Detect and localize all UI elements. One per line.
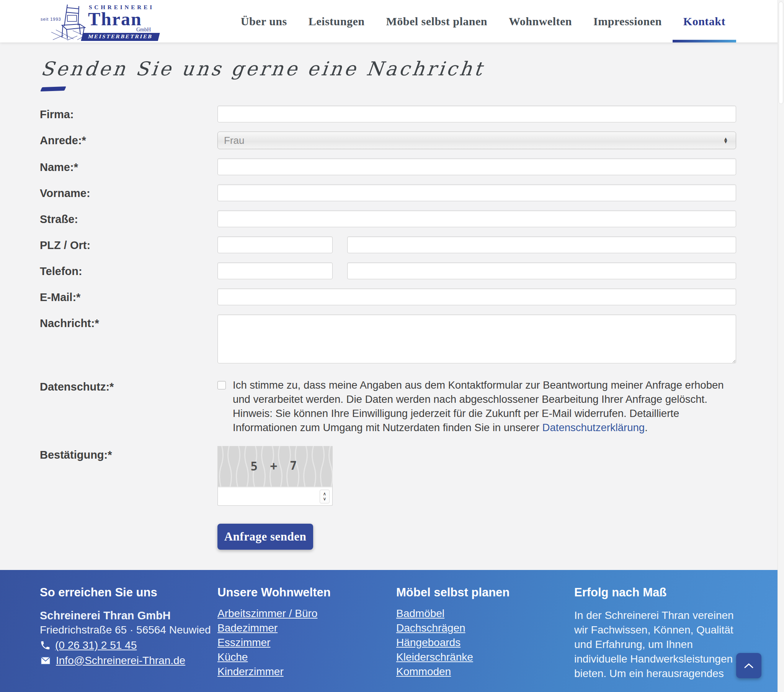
- form-row-datenschutz: Datenschutz:* Ich stimme zu, dass meine …: [40, 378, 736, 434]
- logo-brand-suffix: GmbH: [136, 27, 151, 33]
- page-title: Senden Sie uns gerne eine Nachricht: [40, 58, 738, 80]
- vorname-label: Vorname:: [40, 184, 217, 200]
- nachricht-textarea[interactable]: [217, 314, 736, 363]
- plz-ort-label: PLZ / Ort:: [40, 237, 217, 252]
- footer-wohnwelten-column: Unsere Wohnwelten Arbeitszimmer / Büro B…: [217, 585, 396, 692]
- form-row-bestaetigung: Bestätigung:*: [40, 446, 736, 506]
- footer-erfolg-text: In der Schreinerei Thran vereinen wir Fa…: [574, 608, 748, 681]
- footer-link-kinderzimmer[interactable]: Kinderzimmer: [217, 666, 284, 677]
- form-row-vorname: Vorname:: [40, 184, 736, 201]
- datenschutz-text-body: Ich stimme zu, dass meine Angaben aus de…: [233, 379, 724, 433]
- header: seit 1993 Schreinerei Thran GmbH Mei: [0, 0, 784, 43]
- ort-input[interactable]: [347, 237, 736, 253]
- submit-button[interactable]: Anfrage senden: [217, 524, 313, 550]
- footer-contact-heading: So erreichen Sie uns: [40, 585, 217, 600]
- anrede-selected-value: Frau: [224, 135, 244, 146]
- footer-phone-link[interactable]: (0 26 31) 2 51 45: [55, 638, 137, 653]
- scroll-to-top-button[interactable]: [736, 653, 761, 678]
- form-row-firma: Firma:: [40, 105, 736, 122]
- nav-item-leistungen[interactable]: Leistungen: [298, 0, 376, 43]
- phone-icon: [40, 640, 51, 651]
- vorname-input[interactable]: [217, 184, 736, 201]
- datenschutzerklaerung-link[interactable]: Datenschutzerklärung: [542, 422, 645, 433]
- captcha-question: 5 + 7: [217, 458, 333, 473]
- datenschutz-text: Ich stimme zu, dass meine Angaben aus de…: [233, 378, 736, 434]
- number-spinner[interactable]: ∧∨: [320, 490, 329, 503]
- footer-link-kommoden[interactable]: Kommoden: [396, 666, 451, 677]
- datenschutz-label: Datenschutz:*: [40, 378, 217, 393]
- logo-banner: Meisterbetrieb: [81, 33, 160, 41]
- strasse-label: Straße:: [40, 210, 217, 226]
- email-label: E-Mail:*: [40, 288, 217, 304]
- form-row-plz-ort: PLZ / Ort:: [40, 237, 736, 253]
- footer-company-name: Schreinerei Thran GmbH: [40, 608, 217, 623]
- contact-section: Senden Sie uns gerne eine Nachricht Firm…: [0, 43, 784, 570]
- form-row-email: E-Mail:*: [40, 288, 736, 305]
- logo-brand-name: Thran: [88, 10, 142, 28]
- bestaetigung-label: Bestätigung:*: [40, 446, 217, 461]
- chevron-up-icon: [744, 662, 754, 669]
- name-label: Name:*: [40, 158, 217, 174]
- nav-item-impressionen[interactable]: Impressionen: [583, 0, 673, 43]
- anrede-label: Anrede:*: [40, 131, 217, 147]
- main-navigation: Über uns Leistungen Möbel selbst planen …: [230, 0, 736, 43]
- footer-email-link[interactable]: Info@Schreinerei-Thran.de: [56, 653, 185, 668]
- footer-link-badmoebel[interactable]: Badmöbel: [396, 607, 445, 619]
- telefon-nummer-input[interactable]: [347, 262, 736, 279]
- footer-wohnwelten-heading: Unsere Wohnwelten: [217, 585, 396, 600]
- footer-erfolg-heading: Erfolg nach Maß: [574, 585, 784, 600]
- footer-address: Friedrichstraße 65 · 56564 Neuwied: [40, 623, 217, 637]
- form-row-anrede: Anrede:* Frau ▲▼: [40, 131, 736, 149]
- footer-link-kleiderschraenke[interactable]: Kleiderschränke: [396, 651, 473, 663]
- nav-item-moebel-selbst-planen[interactable]: Möbel selbst planen: [375, 0, 498, 43]
- contact-form: Firma: Anrede:* Frau ▲▼ Name:* Vorname: …: [40, 105, 736, 550]
- form-row-name: Name:*: [40, 158, 736, 175]
- nav-item-wohnwelten[interactable]: Wohnwelten: [498, 0, 583, 43]
- form-row-submit: Anfrage senden: [40, 506, 736, 550]
- form-row-nachricht: Nachricht:*: [40, 314, 736, 363]
- footer-link-esszimmer[interactable]: Esszimmer: [217, 636, 270, 648]
- form-row-telefon: Telefon:: [40, 262, 736, 279]
- firma-input[interactable]: [217, 105, 736, 122]
- scrollbar-track[interactable]: [777, 0, 784, 692]
- footer-link-arbeitszimmer[interactable]: Arbeitszimmer / Büro: [217, 607, 317, 619]
- footer-link-haengeboards[interactable]: Hängeboards: [396, 636, 461, 648]
- captcha-image: 5 + 7: [217, 446, 333, 487]
- footer-moebel-column: Möbel selbst planen Badmöbel Dachschräge…: [396, 585, 574, 692]
- nav-item-kontakt[interactable]: Kontakt: [673, 0, 736, 43]
- company-logo[interactable]: seit 1993 Schreinerei Thran GmbH Mei: [40, 2, 166, 41]
- anrede-select[interactable]: Frau ▲▼: [217, 131, 736, 149]
- telefon-vorwahl-input[interactable]: [217, 262, 333, 279]
- telefon-label: Telefon:: [40, 262, 217, 278]
- footer-contact-column: So erreichen Sie uns Schreinerei Thran G…: [40, 585, 217, 692]
- datenschutz-checkbox[interactable]: [217, 381, 226, 390]
- email-input[interactable]: [217, 288, 736, 305]
- nav-item-ueber-uns[interactable]: Über uns: [230, 0, 298, 43]
- select-arrows-icon: ▲▼: [723, 137, 730, 143]
- captcha-answer-input[interactable]: [217, 487, 333, 506]
- name-input[interactable]: [217, 158, 736, 175]
- footer-link-kueche[interactable]: Küche: [217, 651, 248, 663]
- firma-label: Firma:: [40, 105, 217, 121]
- nachricht-label: Nachricht:*: [40, 314, 217, 330]
- footer: So erreichen Sie uns Schreinerei Thran G…: [0, 570, 784, 692]
- footer-link-badezimmer[interactable]: Badezimmer: [217, 622, 278, 634]
- captcha-widget: 5 + 7 ∧∨: [217, 446, 333, 506]
- datenschutz-text-suffix: .: [645, 422, 648, 433]
- email-icon: [40, 656, 51, 665]
- strasse-input[interactable]: [217, 210, 736, 227]
- footer-link-dachschraegen[interactable]: Dachschrägen: [396, 622, 466, 634]
- heading-accent-dash: [40, 87, 66, 91]
- spinner-down-icon[interactable]: ∨: [323, 496, 326, 501]
- scrollbar-thumb[interactable]: [779, 2, 783, 104]
- footer-moebel-heading: Möbel selbst planen: [396, 585, 574, 600]
- form-row-strasse: Straße:: [40, 210, 736, 227]
- plz-input[interactable]: [217, 237, 333, 253]
